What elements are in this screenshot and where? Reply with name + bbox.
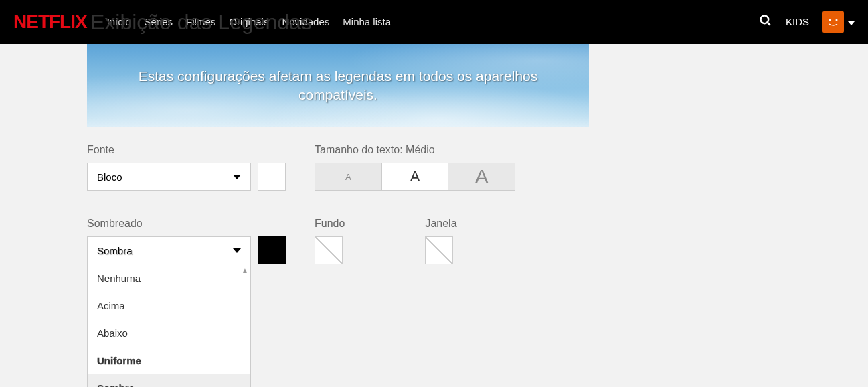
font-label: Fonte xyxy=(87,144,288,156)
text-size-selector: A A A xyxy=(315,163,515,191)
shadow-color-swatch[interactable] xyxy=(258,236,286,264)
scroll-up-icon[interactable]: ▲ xyxy=(242,266,248,274)
fundo-label: Fundo xyxy=(315,218,345,230)
shadow-option-abaixo[interactable]: Abaixo xyxy=(88,319,250,347)
kids-link[interactable]: KIDS xyxy=(786,16,809,27)
dropdown-arrow-icon xyxy=(233,175,241,179)
shadow-label: Sombreado xyxy=(87,218,288,230)
font-group: Fonte Bloco xyxy=(87,144,288,191)
janela-swatch[interactable] xyxy=(425,236,453,264)
avatar xyxy=(822,11,844,33)
shadow-group: Sombreado Sombra ▲ Nenhuma Acima Abaixo … xyxy=(87,218,288,264)
search-icon[interactable] xyxy=(759,14,772,30)
nav-minha-lista[interactable]: Minha lista xyxy=(343,16,391,27)
size-medium[interactable]: A xyxy=(382,163,449,190)
size-small[interactable]: A xyxy=(315,163,382,190)
size-large[interactable]: A xyxy=(448,163,515,190)
font-color-swatch[interactable] xyxy=(258,163,286,191)
shadow-dropdown-list: ▲ Nenhuma Acima Abaixo Uniforme Sombra xyxy=(87,264,251,387)
row-shadow-bg-window: Sombreado Sombra ▲ Nenhuma Acima Abaixo … xyxy=(87,218,868,264)
shadow-option-acima[interactable]: Acima xyxy=(88,292,250,319)
page-title: Exibição das Legendas xyxy=(90,10,312,35)
profile-menu[interactable] xyxy=(822,11,855,33)
text-size-group: Tamanho do texto: Médio A A A xyxy=(315,144,515,191)
svg-line-1 xyxy=(767,22,770,25)
header-right: KIDS xyxy=(759,11,855,33)
svg-point-3 xyxy=(836,19,838,21)
shadow-selected-value: Sombra xyxy=(97,245,133,256)
janela-group: Janela xyxy=(425,218,456,264)
shadow-select[interactable]: Sombra xyxy=(87,236,251,264)
fundo-group: Fundo xyxy=(315,218,345,264)
row-font-size: Fonte Bloco Tamanho do texto: Médio A A … xyxy=(87,144,868,191)
shadow-option-nenhuma[interactable]: Nenhuma xyxy=(88,264,250,292)
shadow-option-uniforme[interactable]: Uniforme xyxy=(88,347,250,374)
svg-point-0 xyxy=(760,15,768,23)
chevron-down-icon xyxy=(848,16,855,28)
font-selected-value: Bloco xyxy=(97,171,122,183)
font-select[interactable]: Bloco xyxy=(87,163,251,191)
svg-point-2 xyxy=(829,19,831,21)
shadow-option-sombra[interactable]: Sombra xyxy=(88,374,250,387)
subtitle-preview: Estas configurações afetam as legendas e… xyxy=(87,44,589,127)
janela-label: Janela xyxy=(425,218,456,230)
text-size-label: Tamanho do texto: Médio xyxy=(315,144,515,156)
netflix-logo[interactable]: NETFLIX xyxy=(13,11,87,33)
dropdown-arrow-icon xyxy=(233,248,241,253)
preview-text: Estas configurações afetam as legendas e… xyxy=(127,67,549,104)
fundo-swatch[interactable] xyxy=(315,236,343,264)
content-area: Exibição das Legendas Estas configuraçõe… xyxy=(0,44,868,330)
